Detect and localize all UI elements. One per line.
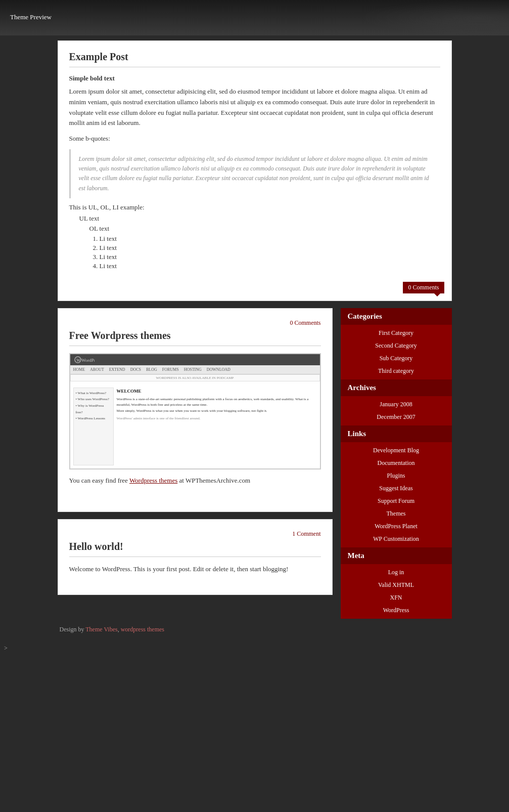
link-support-forum[interactable]: Support Forum [341,495,452,507]
nav-forums: FORUMS [162,367,179,372]
footer-wordpress-themes-link[interactable]: wordpress themes [121,626,164,633]
nav-home: HOME [73,367,85,372]
blockquote: Lorem ipsum dolor sit amet, consectetur … [69,149,440,198]
svg-text:W: W [76,358,80,363]
meta-items: Log in Valid XHTML XFN WordPress [341,564,452,619]
link-documentation[interactable]: Documentation [341,457,452,469]
meta-widget: Meta Log in Valid XHTML XFN WordPress [341,547,452,619]
meta-header: Meta [341,547,452,564]
link-themes[interactable]: Themes [341,507,452,520]
categories-items: First Category Second Category Sub Categ… [341,325,452,379]
list-item: Li text [100,262,440,270]
post-text-prefix: You can easy find free [69,477,129,484]
wp-sidebar-item: • Who uses WordPress? [76,396,111,403]
blockquote-section: Lorem ipsum dolor sit amet, consectetur … [69,149,440,198]
wp-sidebar-item: • Why is WordPress free? [76,403,111,415]
second-post: 0 Comments Free Wordpress themes W WordP… [58,308,333,512]
li-list: Li text Li text Li text Li text [100,235,440,270]
link-plugins[interactable]: Plugins [341,469,452,482]
main-content: 0 Comments Free Wordpress themes W WordP… [58,308,333,603]
bold-label: Simple bold text [69,74,440,82]
list-label: This is UL, OL, LI example: [69,203,440,211]
wp-mock: W WordPress HOME ABOUT EXTEND DOCS BLOG … [70,354,320,469]
category-second[interactable]: Second Category [341,339,452,352]
link-dev-blog[interactable]: Development Blog [341,444,452,457]
category-sub[interactable]: Sub Category [341,352,452,365]
wp-admin-label: WordPress' admin interface is one of the… [117,416,317,421]
svg-text:WordPress: WordPress [81,358,95,363]
ul-item: UL text [79,215,440,223]
sidebar: Categories First Category Second Categor… [341,308,452,619]
archive-dec-2007[interactable]: December 2007 [341,411,452,423]
wordpress-themes-link[interactable]: Wordpress themes [129,477,177,484]
footer-theme-vibes-link[interactable]: Theme Vibes [85,626,117,633]
site-header: Theme Preview [0,0,509,35]
first-post-body: Lorem ipsum dolor sit amet, consectetur … [69,87,440,129]
meta-login[interactable]: Log in [341,566,452,579]
nav-hosting: HOSTING [184,367,202,372]
link-wp-planet[interactable]: WordPress Planet [341,520,452,533]
second-post-comments-link[interactable]: 0 Comments [290,319,320,326]
nav-download: DOWNLOAD [207,367,230,372]
archives-header: Archives [341,379,452,396]
second-post-meta: 0 Comments [69,319,321,327]
first-post-title: Example Post [69,51,440,63]
wp-sidebar-item: • What is WordPress? [76,390,111,397]
page-wrapper: Example Post Simple bold text Lorem ipsu… [58,35,452,643]
meta-xfn[interactable]: XFN [341,591,452,604]
theme-preview-link[interactable]: Theme Preview [0,0,62,34]
third-post: 1 Comment Hello world! Welcome to WordPr… [58,519,333,595]
footer-prefix: Design by [60,626,86,633]
list-item: Li text [100,253,440,261]
archives-items: January 2008 December 2007 [341,396,452,425]
content-area: 0 Comments Free Wordpress themes W WordP… [58,308,452,619]
wp-mock-nav: HOME ABOUT EXTEND DOCS BLOG FORUMS HOSTI… [70,365,320,374]
meta-wordpress[interactable]: WordPress [341,604,452,617]
links-widget: Links Development Blog Documentation Plu… [341,425,452,547]
meta-valid-xhtml[interactable]: Valid XHTML [341,579,452,591]
wp-body-text: WordPress is a state-of-the-art semantic… [117,397,317,408]
links-header: Links [341,425,452,442]
wp-mock-main-body: WELCOME WordPress is a state-of-the-art … [117,388,317,465]
categories-header: Categories [341,308,452,325]
categories-widget: Categories First Category Second Categor… [341,308,452,379]
list-item: Li text [100,244,440,252]
wp-welcome-title: WELCOME [117,388,317,395]
second-post-body: You can easy find free Wordpress themes … [69,476,321,486]
archives-widget: Archives January 2008 December 2007 [341,379,452,425]
link-wp-customization[interactable]: WP Customization [341,533,452,545]
category-first[interactable]: First Category [341,327,452,339]
post-thumbnail: W WordPress HOME ABOUT EXTEND DOCS BLOG … [69,353,321,469]
post-text-suffix: at WPThemesArchive.com [177,477,250,484]
gt-symbol: > [0,643,509,654]
link-suggest-ideas[interactable]: Suggest Ideas [341,482,452,495]
header-decoration [357,0,509,35]
wp-body-text2: More simply, WordPress is what you use w… [117,408,317,414]
links-items: Development Blog Documentation Plugins S… [341,442,452,547]
wp-mock-header: W WordPress [70,354,320,365]
first-post: Example Post Simple bold text Lorem ipsu… [58,40,452,301]
ol-item: OL text [89,225,440,233]
wp-logo-svg: W WordPress [74,356,95,363]
first-post-comments-badge[interactable]: 0 Comments [403,282,444,293]
third-post-comments-link[interactable]: 1 Comment [292,530,320,537]
nav-blog: BLOG [146,367,157,372]
third-post-title: Hello world! [69,541,321,552]
archive-jan-2008[interactable]: January 2008 [341,398,452,411]
nav-docs: DOCS [130,367,141,372]
second-post-divider [69,346,321,346]
wp-mock-sidebar-content: • What is WordPress? • Who uses WordPres… [73,388,114,465]
third-post-meta: 1 Comment [69,530,321,538]
list-section: This is UL, OL, LI example: UL text OL t… [69,203,440,270]
nav-extend: EXTEND [109,367,125,372]
footer: Design by Theme Vibes, wordpress themes [58,619,452,637]
second-post-title: Free Wordpress themes [69,330,321,341]
nav-about: ABOUT [90,367,104,372]
third-post-body: Welcome to WordPress. This is your first… [69,564,321,575]
category-third[interactable]: Third category [341,365,452,377]
bq-intro: Some b-quotes: [69,134,440,144]
list-item: Li text [100,235,440,243]
wp-sidebar-item: • WordPress Lessons [76,415,111,422]
wp-mock-body: • What is WordPress? • Who uses WordPres… [70,384,320,468]
wp-banner: WORDPRESS IS ALSO AVAILABLE IN PODCAMP [70,374,320,381]
